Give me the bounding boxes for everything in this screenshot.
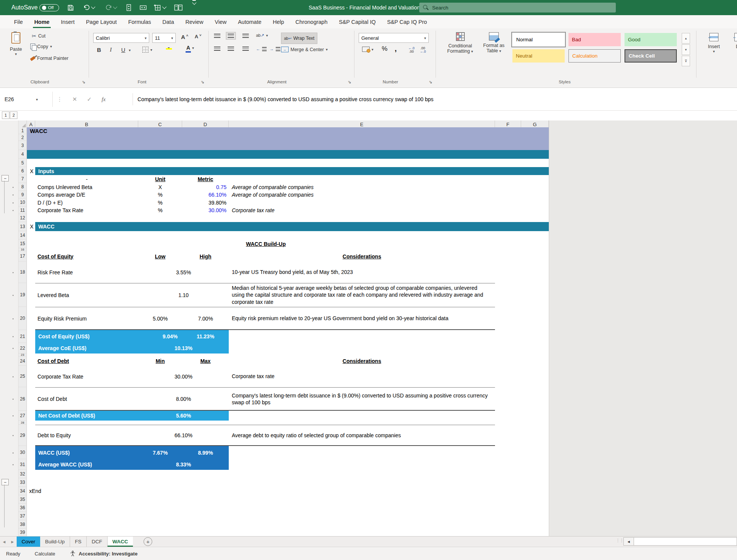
format-painter-button[interactable]: Format Painter (30, 56, 69, 61)
bold-button[interactable]: B (97, 47, 101, 53)
cell-C25[interactable]: 30.00% (138, 366, 229, 387)
borders-button[interactable]: ▾ (142, 47, 152, 53)
document-title[interactable]: SaaS Business - Financial Model and Valu… (303, 0, 432, 15)
qat-side-by-side-button[interactable] (174, 0, 183, 15)
styles-gallery-scroll[interactable]: ▴ ▾ ⊽ (682, 33, 690, 66)
gallery-up-icon[interactable]: ▴ (682, 33, 690, 44)
save-button[interactable] (67, 0, 74, 15)
row-header-23[interactable]: 23 (19, 354, 27, 357)
number-format-select[interactable]: General▾ (359, 33, 429, 43)
sheet-nav-left-icon[interactable]: ◄ (0, 537, 8, 547)
cell-E8[interactable]: Average of comparable companies (229, 183, 495, 191)
ribbon-tab-insert[interactable]: Insert (55, 15, 80, 28)
row-header-25[interactable]: 25 (19, 366, 27, 387)
cell-C22[interactable]: 10.13% (138, 343, 229, 354)
row-header-39[interactable]: 39 (19, 529, 27, 536)
cell-B31[interactable]: Average WACC (US$) (35, 459, 138, 470)
row-header-3[interactable]: 3 (19, 141, 27, 150)
font-size-select[interactable]: 11▾ (152, 33, 176, 43)
row-header-31[interactable]: 31 (19, 459, 27, 470)
autosave-toggle[interactable]: Off (39, 0, 59, 15)
percent-style-button[interactable]: % (382, 45, 387, 53)
ribbon-tab-chronograph[interactable]: Chronograph (290, 15, 333, 28)
cell-C30[interactable]: 7.67% (138, 446, 182, 459)
cell-E19[interactable]: Median of historical 5-year average week… (229, 283, 495, 307)
cell-C21[interactable]: 9.04% (138, 330, 182, 343)
status-calculate[interactable]: Calculate (35, 551, 55, 557)
horizontal-scrollbar[interactable]: ◄ (623, 537, 737, 546)
qat-row-height-button[interactable] (125, 0, 133, 15)
cell-E17[interactable]: Considerations (229, 251, 495, 261)
increase-indent-button[interactable]: → (270, 47, 280, 51)
orientation-button[interactable]: ab↗▾ (256, 33, 268, 38)
cell-style-bad[interactable]: Bad (568, 33, 621, 46)
redo-button[interactable] (105, 0, 117, 15)
row-header-33[interactable]: 33 (19, 478, 27, 487)
insert-function-icon[interactable]: fx (101, 96, 106, 103)
gallery-more-icon[interactable]: ⊽ (682, 56, 690, 66)
cell-C27[interactable]: 5.60% (138, 411, 229, 421)
cell-B29[interactable]: Debt to Equity (35, 425, 138, 446)
cell-A13[interactable]: X (27, 222, 35, 231)
gallery-down-icon[interactable]: ▾ (682, 44, 690, 55)
row-header-22[interactable]: 22 (19, 343, 27, 354)
cell-D24[interactable]: Max (182, 357, 229, 366)
row-header-15[interactable]: 15 (19, 239, 27, 248)
cell-C19[interactable]: 1.10 (138, 283, 229, 307)
row-header-16[interactable]: 16 (19, 248, 27, 251)
cell-D11[interactable]: 30.00% (182, 206, 229, 214)
row-header-17[interactable]: 17 (19, 251, 27, 261)
clipboard-dialog-launcher[interactable]: ⇘ (82, 80, 85, 84)
search-input[interactable]: Search (419, 3, 616, 13)
ribbon-tab-file[interactable]: File (8, 15, 28, 28)
comma-style-button[interactable]: , (395, 44, 397, 53)
merge-center-button[interactable]: ↔ Merge & Center ▾ (281, 47, 328, 52)
underline-dropdown[interactable]: ▾ (129, 48, 131, 52)
sheet-tab-wacc[interactable]: WACC (108, 537, 133, 547)
align-bottom-button[interactable] (242, 34, 249, 38)
italic-button[interactable]: I (110, 47, 112, 53)
copy-button[interactable]: Copy ▾ (30, 44, 52, 49)
cell-D20[interactable]: 7.00% (182, 307, 229, 330)
new-sheet-button[interactable]: + (144, 537, 152, 546)
row-header-11[interactable]: 11 (19, 206, 27, 214)
alignment-dialog-launcher[interactable]: ⇘ (348, 80, 351, 84)
cell-C24[interactable]: Min (138, 357, 182, 366)
ribbon-tab-view[interactable]: View (209, 15, 232, 28)
row-header-6[interactable]: 6 (19, 167, 27, 175)
row-header-38[interactable]: 38 (19, 520, 27, 529)
cell-C11[interactable]: % (138, 206, 182, 214)
ribbon-tab-s-p-capital-iq[interactable]: S&P Capital IQ (333, 15, 381, 28)
insert-cells-button[interactable]: Insert ▾ (703, 33, 725, 53)
ribbon-tab-page-layout[interactable]: Page Layout (80, 15, 122, 28)
tab-scroll-split-handle[interactable]: ⋮⋮ (616, 538, 623, 543)
row-header-5[interactable]: 5 (19, 159, 27, 167)
align-center-button[interactable] (228, 47, 234, 51)
qat-column-width-button[interactable] (139, 0, 147, 15)
cell-B22[interactable]: Average CoE (US$) (35, 343, 138, 354)
outline-level-2-button[interactable]: 2 (10, 111, 17, 119)
row-header-12[interactable]: 12 (19, 214, 27, 222)
outline-collapse-button-1[interactable]: − (2, 175, 9, 181)
cell-B21[interactable]: Cost of Equity (US$) (35, 330, 138, 343)
font-family-select[interactable]: Calibri▾ (93, 33, 149, 43)
sheet-tab-build-up[interactable]: Build-Up (40, 537, 70, 547)
cell-E18[interactable]: 10-year US Treasry bond yield, as of May… (229, 261, 495, 283)
cell-B11[interactable]: Corporate Tax Rate (35, 206, 138, 214)
cell-C31[interactable]: 8.33% (138, 459, 229, 470)
cell-D21[interactable]: 11.23% (182, 330, 229, 343)
align-left-button[interactable] (214, 47, 220, 51)
customize-qat-button[interactable] (192, 0, 196, 15)
row-header-7[interactable]: 7 (19, 175, 27, 183)
row-header-4[interactable]: 4 (19, 150, 27, 159)
row-header-18[interactable]: 18 (19, 261, 27, 283)
cell-B10[interactable]: D / (D + E) (35, 199, 138, 206)
sheet-tab-fs[interactable]: FS (70, 537, 87, 547)
row-header-34[interactable]: 34 (19, 487, 27, 495)
cell-B25[interactable]: Corporate Tax Rate (35, 366, 138, 387)
decrease-decimal-button[interactable]: .00→.0 (420, 47, 426, 53)
delete-cells-button[interactable]: De (728, 33, 737, 49)
paste-button[interactable]: Paste ▾ (7, 32, 25, 56)
row-header-14[interactable]: 14 (19, 231, 27, 239)
ribbon-tab-help[interactable]: Help (267, 15, 290, 28)
